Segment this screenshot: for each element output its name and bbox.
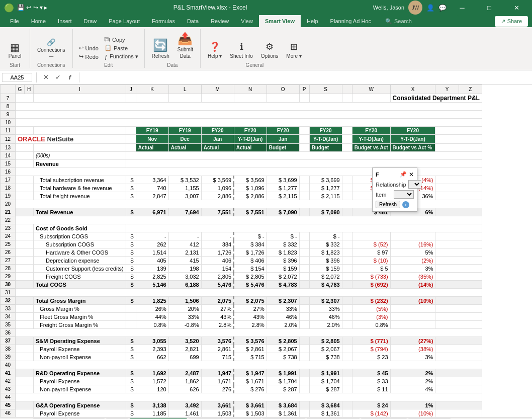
row-28: 28 Customer Support (less credits) $ 139… <box>1 265 482 273</box>
help-icon: ❓ <box>209 41 220 52</box>
tab-home[interactable]: Home <box>25 15 52 27</box>
popup-pin-icon[interactable]: 📌 <box>400 171 407 178</box>
row-44: 44 <box>1 393 482 401</box>
tab-smart-view[interactable]: Smart View <box>259 15 301 27</box>
submit-data-button[interactable]: 📤 Submit Data <box>174 30 196 60</box>
row-8: 8 <box>1 103 482 111</box>
tab-review[interactable]: Review <box>205 15 235 27</box>
row-22: 22 <box>1 216 482 224</box>
connections-icon: 🔗 <box>47 38 55 46</box>
sheet-info-button[interactable]: ℹ Sheet Info <box>227 40 256 60</box>
formula-input[interactable] <box>83 73 530 81</box>
panel-button[interactable]: ▦ Panel <box>6 41 25 60</box>
minimize-button[interactable]: ─ <box>451 0 474 15</box>
panel-icon: ▦ <box>10 42 20 52</box>
item-select[interactable] <box>394 190 414 199</box>
data-group-label: Data <box>167 61 178 68</box>
formula-separator-2 <box>79 72 79 82</box>
col-g: G <box>16 85 25 94</box>
col-z: Z <box>459 85 482 94</box>
row-35: 35 Freight Gross Margin % 0.8% -0.8% 2.8… <box>1 321 482 329</box>
options-button[interactable]: ⚙ Options <box>258 40 281 60</box>
copy-button[interactable]: ⿻ Copy <box>103 36 140 43</box>
tab-draw[interactable]: Draw <box>78 15 103 27</box>
more-button[interactable]: ⊞ More ▾ <box>283 40 305 60</box>
tab-planning-ad-hoc[interactable]: Planning Ad Hoc <box>324 15 377 27</box>
row-32: 32 Total Gross Margin $ 1,825 1,506 2,07… <box>1 297 482 305</box>
refresh-button[interactable]: 🔄 Refresh <box>149 37 172 60</box>
maximize-button[interactable]: □ <box>478 0 501 15</box>
title-bar-right: Wells, Jason JW 👤 💬 ─ □ ✕ <box>373 0 528 15</box>
share-icon: ↗ <box>501 18 505 25</box>
relationship-select[interactable] <box>408 180 421 189</box>
ribbon-group-general: ❓ Help ▾ ℹ Sheet Info ⚙ Options ⊞ More ▾… <box>201 29 309 68</box>
tab-file[interactable]: File <box>4 15 25 27</box>
tab-data[interactable]: Data <box>181 15 205 27</box>
quick-access: 💾 ↩ ↪ ▾ ▸ <box>17 4 47 11</box>
row-40: 40 <box>1 361 482 369</box>
ribbon-tabs: File Home Insert Draw Page Layout Formul… <box>0 15 532 27</box>
row-24: 24 Subscription COGS $ - - - $ - $ - $ - <box>1 232 482 240</box>
row-13: 13 Actual Actual Actual Actual Budget Bu… <box>1 144 482 152</box>
redo-button[interactable]: ↪ Redo <box>77 53 101 60</box>
row-30: 30 Total COGS $ 5,146 6,188 5,476 $ 5,47… <box>1 281 482 289</box>
row-15: 15 Revenue <box>1 160 482 168</box>
cancel-formula-button[interactable]: ✕ <box>41 72 51 82</box>
col-j: J <box>126 85 136 94</box>
row-36: 36 <box>1 329 482 337</box>
ribbon-group-data: 🔄 Refresh 📤 Submit Data Data <box>145 29 201 68</box>
undo-button[interactable]: ↩ Undo <box>77 44 101 52</box>
row-27: 27 Depreciation expense $ 405 415 406 $ … <box>1 257 482 265</box>
row-11: 11 FY19 FY19 FY20 FY20 FY20 FY20 FY20 FY… <box>1 127 482 135</box>
row-41: 41 R&D Operating Expense $ 1,692 2,487 1… <box>1 369 482 377</box>
row-7: 7 Consolidated Department P&L <box>1 94 482 103</box>
col-i: I <box>34 85 126 94</box>
row-46: 46 Payroll Expense $ 1,185 1,461 1,503 $… <box>1 409 482 417</box>
row-29: 29 Freight COGS $ 2,825 3,032 2,805 $ 2,… <box>1 273 482 281</box>
search-input[interactable] <box>394 18 455 24</box>
close-button[interactable]: ✕ <box>505 0 528 15</box>
spreadsheet-area: G H I J K L M N O P S W X Y Z <box>0 85 532 417</box>
cell-reference[interactable]: AA25 <box>2 73 32 82</box>
row-38: 38 Payroll Expense $ 2,393 2,821 2,861 $… <box>1 345 482 353</box>
redo-icon: ↪ <box>79 53 83 60</box>
paste-button[interactable]: 📋 Paste <box>103 44 140 52</box>
row-33: 33 Gross Margin % 26% 20% 27% 27% 33% 33… <box>1 305 482 313</box>
row-45: 45 G&A Operating Expense $ 3,138 3,492 3… <box>1 401 482 409</box>
connections-button[interactable]: 🔗 Connections — <box>34 37 68 60</box>
tab-help[interactable]: Help <box>301 15 324 27</box>
col-m: M <box>201 85 234 94</box>
insert-function-button[interactable]: f <box>65 72 75 82</box>
undo-icon: ↩ <box>79 45 83 51</box>
col-s: S <box>309 85 342 94</box>
relationship-row: Relationship <box>376 180 414 189</box>
tab-page-layout[interactable]: Page Layout <box>103 15 146 27</box>
title-bar: 🟢 💾 ↩ ↪ ▾ ▸ P&L SmartView.xlsx - Excel W… <box>0 0 532 15</box>
search-box[interactable]: 🔍 <box>381 15 459 27</box>
tab-insert[interactable]: Insert <box>52 15 78 27</box>
copy-icon: ⿻ <box>105 37 110 43</box>
col-l: L <box>168 85 201 94</box>
sheet-info-icon: ℹ <box>240 41 243 52</box>
confirm-formula-button[interactable]: ✓ <box>53 72 63 82</box>
popup-close-icon[interactable]: ✕ <box>409 171 414 178</box>
row-26: 26 Hardware & Other COGS $ 1,514 2,131 1… <box>1 248 482 257</box>
sheet-tabs: + ◀ ▶ Title Page Exec Sum ARR Consolidat… <box>0 417 532 419</box>
share-button[interactable]: ↗ Share <box>495 16 528 27</box>
ribbon-content: ▦ Panel Start 🔗 Connections — Connection… <box>0 27 532 70</box>
row-9: 9 <box>1 111 482 119</box>
popup-refresh-button[interactable]: Refresh <box>376 201 400 208</box>
formula-bar-separator <box>36 72 37 82</box>
row-10: 10 <box>1 119 482 127</box>
submit-icon: 📤 <box>178 32 193 46</box>
col-k: K <box>136 85 168 94</box>
tab-formulas[interactable]: Formulas <box>146 15 181 27</box>
help-button[interactable]: ❓ Help ▾ <box>205 40 225 60</box>
col-w: W <box>352 85 390 94</box>
tab-view[interactable]: View <box>235 15 259 27</box>
edit-group-label: Edit <box>104 61 113 68</box>
grid-container[interactable]: G H I J K L M N O P S W X Y Z <box>0 85 532 417</box>
spreadsheet-table: G H I J K L M N O P S W X Y Z <box>0 85 482 417</box>
row-37: 37 S&M Operating Expense $ 3,055 3,520 3… <box>1 337 482 345</box>
functions-button[interactable]: ƒ Functions ▾ <box>103 53 140 60</box>
